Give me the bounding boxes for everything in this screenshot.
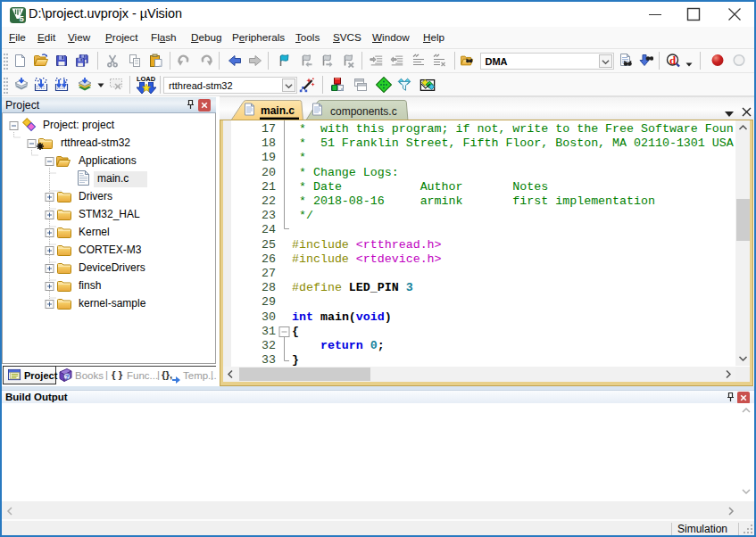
svg-text:d: d: [669, 54, 677, 67]
svg-text:components.c: components.c: [330, 105, 397, 118]
svg-text:main.c: main.c: [261, 104, 295, 117]
svg-text:5: 5: [20, 13, 25, 23]
svg-text:?: ?: [65, 373, 70, 381]
